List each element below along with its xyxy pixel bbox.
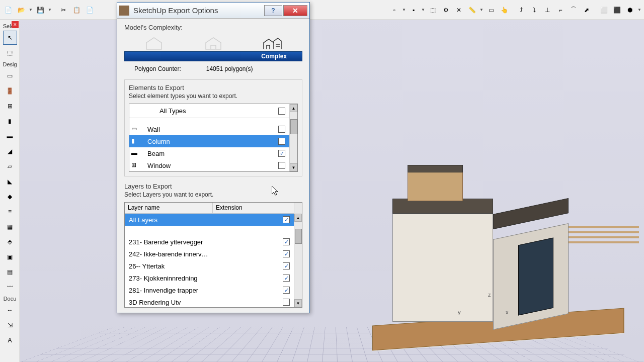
- wall-tool[interactable]: ▭: [3, 69, 17, 83]
- layer-row[interactable]: 281- Innvendige trapper ✓: [125, 284, 302, 296]
- layer-row[interactable]: 3D Rendering Utv: [125, 296, 302, 308]
- complexity-complex-icon[interactable]: [263, 35, 283, 50]
- element-row-column[interactable]: ▮ Column: [129, 135, 297, 147]
- dropdown-2[interactable]: ▼: [421, 4, 426, 16]
- complexity-icons: [124, 35, 302, 50]
- layer-row-all[interactable]: All Layers ✓: [125, 214, 302, 226]
- beam-tool[interactable]: ▬: [3, 129, 17, 143]
- scroll-down-button[interactable]: ▼: [294, 299, 302, 307]
- elements-header-row[interactable]: All Types: [129, 104, 297, 118]
- axis-y: y: [458, 309, 461, 315]
- open-dropdown[interactable]: ▼: [28, 4, 33, 16]
- tool-button-9[interactable]: ⤴: [515, 4, 527, 16]
- element-row-beam[interactable]: ▬ Beam ✓: [129, 147, 297, 159]
- tool-button-10[interactable]: ⤵: [528, 4, 540, 16]
- marquee-tool[interactable]: ⬚: [3, 46, 17, 60]
- tool-button-14[interactable]: ⬈: [581, 4, 593, 16]
- shell-tool[interactable]: ◣: [3, 174, 17, 189]
- layer-checkbox[interactable]: ✓: [283, 250, 290, 257]
- complexity-slider[interactable]: Complex: [124, 51, 302, 61]
- elements-title: Elements to Export: [129, 84, 298, 92]
- window-tool[interactable]: ⊞: [3, 99, 17, 113]
- save-dropdown[interactable]: ▼: [47, 4, 52, 16]
- layer-row[interactable]: 231- Barende yttervegger ✓: [125, 236, 302, 248]
- column-tool[interactable]: ▮: [3, 114, 17, 128]
- element-row-wall[interactable]: ▭ Wall: [129, 123, 297, 135]
- object-tool[interactable]: ⬘: [3, 235, 17, 249]
- tool-button-6[interactable]: 📏: [466, 4, 478, 16]
- tool-button-7[interactable]: ▭: [485, 4, 497, 16]
- panel-close-button[interactable]: ✕: [12, 21, 19, 28]
- axis-x: x: [506, 309, 509, 315]
- polygon-counter-value: 14051 polygon(s): [206, 65, 253, 72]
- save-button[interactable]: 💾: [34, 4, 46, 16]
- tool-button-1[interactable]: ▫: [388, 4, 400, 16]
- curtain-tool[interactable]: ▤: [3, 265, 17, 279]
- copy-button[interactable]: 📋: [70, 4, 83, 16]
- dialog-titlebar[interactable]: SketchUp Export Options ? ✕: [117, 3, 309, 19]
- dropdown-4[interactable]: ▼: [637, 4, 642, 16]
- paste-button[interactable]: 📄: [84, 4, 96, 16]
- text-tool[interactable]: A: [3, 333, 17, 347]
- tab-document[interactable]: Docu: [4, 296, 17, 302]
- help-button[interactable]: ?: [264, 5, 282, 16]
- all-layers-checkbox[interactable]: ✓: [283, 216, 290, 223]
- tool-button-17[interactable]: ⬢: [624, 4, 636, 16]
- window-checkbox[interactable]: [278, 162, 285, 169]
- all-types-checkbox[interactable]: [278, 108, 285, 115]
- tab-design[interactable]: Desig: [3, 61, 17, 67]
- 3d-viewport[interactable]: z y x: [20, 20, 644, 362]
- complexity-medium-icon[interactable]: [203, 35, 223, 50]
- scroll-thumb[interactable]: [290, 119, 297, 134]
- layer-checkbox[interactable]: ✓: [283, 275, 290, 282]
- elements-scrollbar[interactable]: ▲ ▼: [289, 104, 297, 171]
- roof-tool[interactable]: ▱: [3, 159, 17, 173]
- tool-button-16[interactable]: ⬛: [611, 4, 623, 16]
- tool-button-5[interactable]: ✕: [453, 4, 465, 16]
- layer-checkbox[interactable]: ✓: [283, 238, 290, 245]
- tool-button-3[interactable]: ⬚: [427, 4, 439, 16]
- layer-row[interactable]: 273- Kjokkeninnredning ✓: [125, 272, 302, 284]
- arrow-tool[interactable]: ↖: [3, 31, 17, 45]
- tool-button-12[interactable]: ⌐: [554, 4, 567, 16]
- wall-checkbox[interactable]: [278, 126, 285, 133]
- tool-button-13[interactable]: ⌒: [568, 4, 580, 16]
- open-file-button[interactable]: 📂: [15, 4, 27, 16]
- slab-tool[interactable]: ◢: [3, 144, 17, 158]
- mesh-tool[interactable]: ▦: [3, 220, 17, 234]
- dropdown-3[interactable]: ▼: [479, 4, 484, 16]
- layer-row[interactable]: 26-- Yttertak ✓: [125, 260, 302, 272]
- column-checkbox[interactable]: [278, 138, 285, 145]
- tool-button-2[interactable]: ▪: [408, 4, 420, 16]
- beam-checkbox[interactable]: ✓: [278, 150, 285, 157]
- tool-button-4[interactable]: ⚙: [440, 4, 452, 16]
- extension-header[interactable]: Extension: [213, 203, 302, 213]
- layer-checkbox[interactable]: ✓: [283, 262, 290, 269]
- element-row-window[interactable]: ⊞ Window: [129, 159, 297, 171]
- scroll-thumb[interactable]: [295, 229, 302, 244]
- tool-button-11[interactable]: ⊥: [541, 4, 553, 16]
- dim-tool-1[interactable]: ↔: [3, 303, 17, 317]
- dim-tool-2[interactable]: ⇲: [3, 318, 17, 332]
- layers-scrollbar[interactable]: ▲ ▼: [294, 203, 302, 307]
- lamp-tool[interactable]: 〰: [3, 280, 17, 294]
- tool-button-15[interactable]: ⬜: [598, 4, 610, 16]
- tool-button-8[interactable]: 👆: [498, 4, 510, 16]
- new-file-button[interactable]: 📄: [2, 4, 14, 16]
- complexity-simple-icon[interactable]: [144, 35, 164, 50]
- scroll-up-button[interactable]: ▲: [294, 214, 302, 222]
- door-tool[interactable]: 🚪: [3, 84, 17, 98]
- zone-tool[interactable]: ▣: [3, 250, 17, 264]
- layer-checkbox[interactable]: [283, 299, 290, 306]
- dropdown-1[interactable]: ▼: [401, 4, 407, 16]
- scroll-down-button[interactable]: ▼: [290, 163, 297, 171]
- layer-row[interactable]: 242- Ikke-barende innerv… ✓: [125, 248, 302, 260]
- morph-tool[interactable]: ◆: [3, 190, 17, 204]
- window-icon: ⊞: [131, 161, 141, 169]
- cut-button[interactable]: ✂: [57, 4, 69, 16]
- stair-tool[interactable]: ≡: [3, 205, 17, 219]
- layer-name-header[interactable]: Layer name: [125, 203, 213, 213]
- scroll-up-button[interactable]: ▲: [290, 104, 297, 112]
- layer-checkbox[interactable]: ✓: [283, 287, 290, 294]
- close-button[interactable]: ✕: [283, 5, 307, 16]
